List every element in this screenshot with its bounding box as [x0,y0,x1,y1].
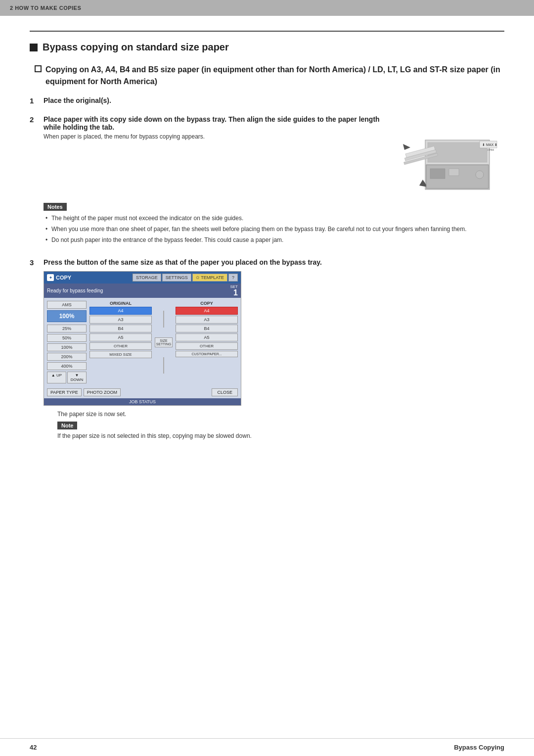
job-status-bar[interactable]: JOB STATUS [44,398,241,405]
step-2-content: Place paper with its copy side down on t… [44,115,504,249]
paper-type-btn[interactable]: PAPER TYPE [47,388,82,396]
copy-b4-btn[interactable]: B4 [176,325,238,332]
note-text: If the paper size is not selected in thi… [57,432,504,439]
svg-point-13 [476,171,484,179]
up-btn[interactable]: ▲ UP [47,372,66,383]
copy-ui-zoom-controls: AMS 100% 25% 50% 100% 200% 400% ▲ UP ▼ D… [47,301,87,383]
main-content: Bypass copying on standard size paper Co… [0,16,534,472]
header-bar: 2 HOW TO MAKE COPIES [0,0,534,16]
svg-rect-1 [428,142,487,162]
step-2-left: Place paper with its copy side down on t… [44,115,386,143]
note-item-2: When you use more than one sheet of pape… [44,225,504,234]
note-item-1: The height of the paper must not exceed … [44,214,504,223]
copy-ui-panel: ✦ COPY STORAGE SETTINGS ✩ TEMPLATE ? Rea… [44,271,241,406]
photo-zoom-btn[interactable]: PHOTO ZOOM [84,388,121,396]
svg-text:⬇ MAX ⬇: ⬇ MAX ⬇ [482,143,497,146]
tab-help[interactable]: ? [228,274,238,282]
copy-custom-btn[interactable]: CUSTOM/PAPER... [176,351,238,357]
step-1-content: Place the original(s). [44,96,504,106]
set-number: 1 [233,289,238,297]
copy-ui-footer: PAPER TYPE PHOTO ZOOM CLOSE [44,386,241,398]
copy-ui-header: ✦ COPY STORAGE SETTINGS ✩ TEMPLATE ? [44,272,241,284]
original-col-label: ORIGINAL [89,301,152,306]
footer-page-title: Bypass Copying [454,744,504,751]
zoom-400-btn[interactable]: 400% [47,362,87,370]
orig-mixed-btn[interactable]: MIXED SIZE [89,351,152,358]
zoom-display: 100% [47,310,87,322]
step-2-body-text: When paper is placed, the menu for bypas… [44,133,386,140]
orig-other-btn[interactable]: OTHER [89,342,152,350]
tab-template[interactable]: ✩ TEMPLATE [192,274,227,282]
step-1: 1 Place the original(s). [30,96,504,106]
step-3-content: Press the button of the same size as tha… [44,258,504,443]
step-1-number: 1 [30,96,44,105]
close-btn[interactable]: CLOSE [212,388,238,396]
svg-text:>P84: >P84 [487,148,494,151]
copy-other-btn[interactable]: OTHER [176,342,238,350]
down-btn[interactable]: ▼ DOWN [67,372,87,383]
zoom-50-btn[interactable]: 50% [47,334,87,342]
copy-a5-btn[interactable]: A5 [176,333,238,341]
copy-col-label: COPY [176,301,238,306]
step-2-number: 2 [30,115,44,124]
section-title: Bypass copying on standard size paper [30,42,504,53]
step-3-number: 3 [30,258,44,267]
copy-header-copy: ✦ COPY [47,274,71,281]
copy-column: COPY A4 A3 B4 A5 OTHER CUSTOM/PAPER... [176,301,238,383]
tab-settings[interactable]: SETTINGS [162,274,191,282]
svg-rect-12 [449,169,459,176]
original-column: ORIGINAL A4 A3 B4 A5 OTHER MIXED SIZE [89,301,152,383]
top-rule [30,31,504,32]
zoom-200-btn[interactable]: 200% [47,353,87,361]
zoom-25-btn[interactable]: 25% [47,325,87,332]
tab-storage[interactable]: STORAGE [133,274,161,282]
subsection-title: Copying on A3, A4, B4 and B5 size paper … [30,64,504,88]
footer-page-number: 42 [30,744,37,751]
notes-label: Notes [44,203,67,211]
copy-ui-tabs: STORAGE SETTINGS ✩ TEMPLATE ? [133,274,238,282]
panel-below-text: The paper size is now set. [57,411,504,418]
size-setting-col: SIZESETTING [154,301,174,383]
step-1-title: Place the original(s). [44,96,504,104]
set-area: SET 1 [230,284,238,297]
single-note-box: Note If the paper size is not selected i… [57,422,504,439]
copy-ui-body: AMS 100% 25% 50% 100% 200% 400% ▲ UP ▼ D… [44,298,241,386]
up-down-btns: ▲ UP ▼ DOWN [47,372,87,383]
svg-marker-5 [403,144,410,150]
step-3: 3 Press the button of the same size as t… [30,258,504,443]
copy-a3-btn[interactable]: A3 [176,316,238,324]
copy-a4-btn[interactable]: A4 [176,307,238,315]
copy-label-header: COPY [56,275,71,281]
subsection-title-text: Copying on A3, A4, B4 and B5 size paper … [45,64,504,88]
orig-b4-btn[interactable]: B4 [89,325,152,332]
step-2-body: Place paper with its copy side down on t… [44,115,504,196]
notes-list: The height of the paper must not exceed … [44,214,504,244]
orig-a5-btn[interactable]: A5 [89,333,152,341]
note-item-3: Do not push paper into the entrance of t… [44,236,504,244]
orig-a4-btn[interactable]: A4 [89,307,152,315]
note-label: Note [57,422,77,429]
step-2-title: Place paper with its copy side down on t… [44,115,386,131]
zoom-100-btn[interactable]: 100% [47,343,87,351]
checkbox-icon [35,65,42,72]
notes-box: Notes The height of the paper must not e… [44,203,504,244]
ams-btn[interactable]: AMS [47,301,87,309]
size-setting-btn[interactable]: SIZESETTING [155,337,173,347]
copy-ui-size-columns: ORIGINAL A4 A3 B4 A5 OTHER MIXED SIZE SI… [89,301,238,383]
copy-ui-status: Ready for bypass feeding SET 1 [44,284,241,298]
orig-a3-btn[interactable]: A3 [89,316,152,324]
copy-icon: ✦ [47,274,54,281]
machine-illustration: ⬇ MAX ⬇ >P84 [396,115,504,196]
header-text: 2 HOW TO MAKE COPIES [10,5,81,11]
step-2: 2 Place paper with its copy side down on… [30,115,504,249]
black-square-icon [30,44,38,51]
footer-left-btns: PAPER TYPE PHOTO ZOOM [47,388,121,396]
step-3-title: Press the button of the same size as tha… [44,258,504,266]
page-footer: 42 Bypass Copying [0,738,534,756]
section-title-text: Bypass copying on standard size paper [43,42,229,53]
svg-rect-11 [430,169,445,179]
status-text: Ready for bypass feeding [47,288,103,293]
